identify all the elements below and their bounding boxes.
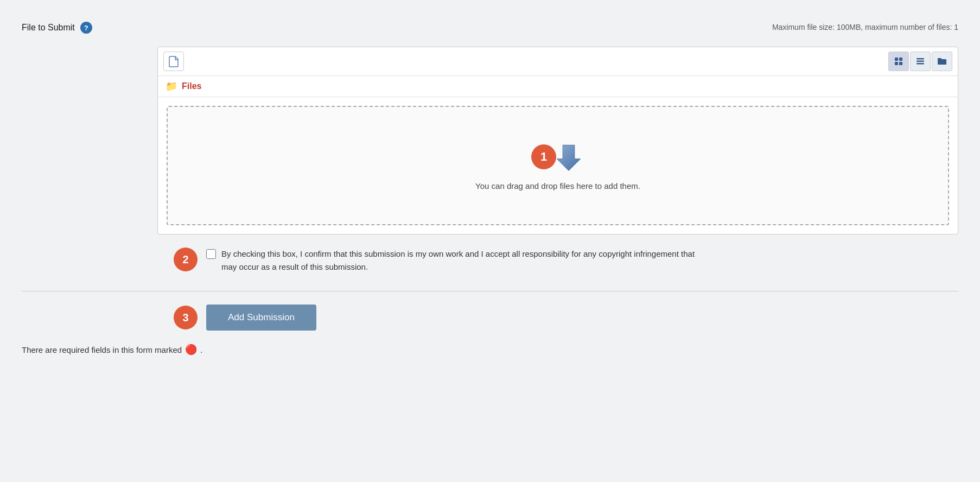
- file-widget-toolbar: [158, 47, 958, 76]
- required-notice-suffix: .: [200, 345, 202, 354]
- confirm-checkbox[interactable]: [206, 249, 216, 259]
- required-notice-text: There are required fields in this form m…: [22, 345, 182, 354]
- breadcrumb-folder-icon: 📁: [166, 80, 177, 92]
- file-limit-info: Maximum file size: 100MB, maximum number…: [157, 16, 958, 31]
- svg-marker-7: [557, 145, 581, 170]
- file-widget: 📁 Files 1: [157, 47, 958, 234]
- add-submission-button[interactable]: Add Submission: [206, 305, 316, 331]
- list-view-button[interactable]: [910, 52, 931, 71]
- drop-zone[interactable]: 1 You can drag and drop files here: [167, 106, 949, 225]
- submit-row: 3 Add Submission: [22, 305, 958, 331]
- drop-icons: 1: [531, 141, 584, 173]
- required-notice: There are required fields in this form m…: [22, 331, 958, 356]
- confirmation-row: 2 By checking this box, I confirm that t…: [22, 234, 958, 287]
- files-label: Files: [182, 81, 201, 91]
- svg-rect-1: [899, 58, 902, 61]
- confirm-text: By checking this box, I confirm that thi…: [221, 248, 710, 274]
- svg-rect-3: [899, 62, 902, 65]
- step-2-badge: 2: [174, 248, 198, 271]
- add-file-button[interactable]: [163, 52, 184, 71]
- svg-rect-4: [917, 58, 924, 60]
- drop-text: You can drag and drop files here to add …: [475, 181, 640, 191]
- help-icon[interactable]: ?: [80, 22, 92, 34]
- step-1-badge: 1: [531, 144, 556, 169]
- svg-rect-6: [917, 63, 924, 65]
- field-label: File to Submit: [22, 23, 75, 33]
- svg-rect-5: [917, 61, 924, 62]
- grid-view-button[interactable]: [888, 52, 909, 71]
- svg-rect-0: [895, 58, 898, 61]
- files-breadcrumb: 📁 Files: [158, 76, 958, 97]
- required-icon: 🔴: [185, 344, 197, 356]
- folder-view-button[interactable]: [932, 52, 952, 71]
- section-divider: [22, 291, 958, 291]
- drop-arrow-icon: [553, 141, 584, 173]
- view-buttons: [888, 52, 952, 71]
- svg-rect-2: [895, 62, 898, 65]
- confirm-checkbox-area: By checking this box, I confirm that thi…: [206, 248, 958, 274]
- step-3-badge: 3: [174, 306, 198, 329]
